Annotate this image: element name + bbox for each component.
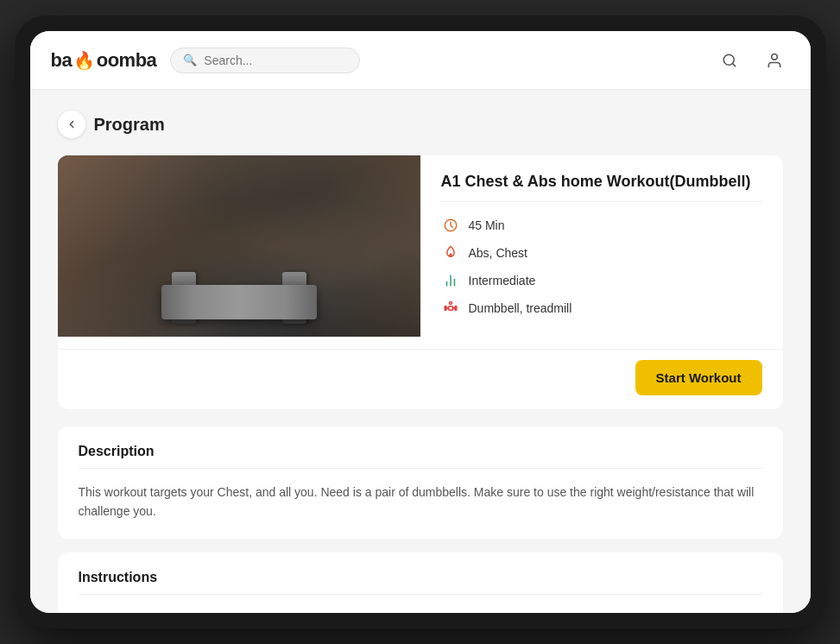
workout-title: A1 Chest & Abs home Workout(Dumbbell) bbox=[441, 173, 762, 202]
equipment-text: Dumbbell, treadmill bbox=[469, 301, 572, 315]
svg-point-2 bbox=[771, 54, 777, 60]
workout-card-inner: A1 Chest & Abs home Workout(Dumbbell) 45 bbox=[58, 155, 783, 349]
search-input[interactable] bbox=[204, 54, 347, 67]
workout-details: A1 Chest & Abs home Workout(Dumbbell) 45 bbox=[420, 155, 783, 349]
meta-target: Abs, Chest bbox=[441, 243, 762, 262]
start-workout-button[interactable]: Start Workout bbox=[635, 360, 762, 395]
plate-left bbox=[172, 272, 196, 324]
workout-image-container bbox=[58, 155, 420, 337]
duration-text: 45 Min bbox=[469, 218, 505, 232]
logo-text-omba: oomba bbox=[97, 49, 157, 72]
user-profile-button[interactable] bbox=[759, 45, 790, 76]
target-text: Abs, Chest bbox=[469, 246, 527, 260]
back-button[interactable] bbox=[58, 110, 85, 138]
search-icon: 🔍 bbox=[183, 54, 197, 66]
logo-text-ba: ba bbox=[51, 49, 73, 72]
workout-card: A1 Chest & Abs home Workout(Dumbbell) 45 bbox=[58, 155, 783, 409]
screen: ba 🔥 oomba 🔍 bbox=[30, 31, 811, 613]
breadcrumb: Program bbox=[58, 110, 783, 138]
search-bar[interactable]: 🔍 bbox=[170, 47, 360, 73]
logo-flame-icon: 🔥 bbox=[73, 50, 95, 71]
device-frame: ba 🔥 oomba 🔍 bbox=[15, 16, 826, 628]
search-button[interactable] bbox=[714, 45, 745, 76]
meta-duration: 45 Min bbox=[441, 216, 762, 235]
dumbbell-visual bbox=[172, 272, 306, 324]
svg-line-1 bbox=[732, 63, 735, 66]
svg-rect-7 bbox=[448, 306, 452, 311]
svg-point-8 bbox=[449, 302, 452, 305]
app-logo: ba 🔥 oomba bbox=[51, 49, 157, 72]
meta-equipment: Dumbbell, treadmill bbox=[441, 299, 762, 318]
fire-icon bbox=[441, 243, 460, 262]
description-divider bbox=[79, 468, 762, 469]
instructions-section: Instructions This is a guided workout th… bbox=[58, 552, 783, 613]
arms-overlay bbox=[58, 155, 420, 337]
workout-image bbox=[58, 155, 420, 337]
instructions-heading: Instructions bbox=[79, 570, 762, 585]
instructions-divider bbox=[79, 594, 762, 595]
nav-icons bbox=[714, 45, 790, 76]
navbar: ba 🔥 oomba 🔍 bbox=[30, 31, 811, 90]
description-text: This workout targets your Chest, and all… bbox=[79, 483, 762, 521]
start-workout-row: Start Workout bbox=[58, 349, 783, 409]
equipment-icon bbox=[441, 299, 460, 318]
description-heading: Description bbox=[79, 444, 762, 459]
description-section: Description This workout targets your Ch… bbox=[58, 426, 783, 539]
meta-level: Intermediate bbox=[441, 271, 762, 290]
workout-meta: 45 Min Abs, Chest bbox=[441, 216, 762, 318]
instructions-text: This is a guided workout that will take … bbox=[79, 609, 762, 613]
chart-icon bbox=[441, 271, 460, 290]
level-text: Intermediate bbox=[469, 274, 536, 287]
timer-icon bbox=[441, 216, 460, 235]
handle bbox=[196, 291, 282, 305]
page-title: Program bbox=[94, 115, 165, 135]
main-content: Program bbox=[30, 90, 811, 613]
plate-right bbox=[282, 272, 306, 324]
